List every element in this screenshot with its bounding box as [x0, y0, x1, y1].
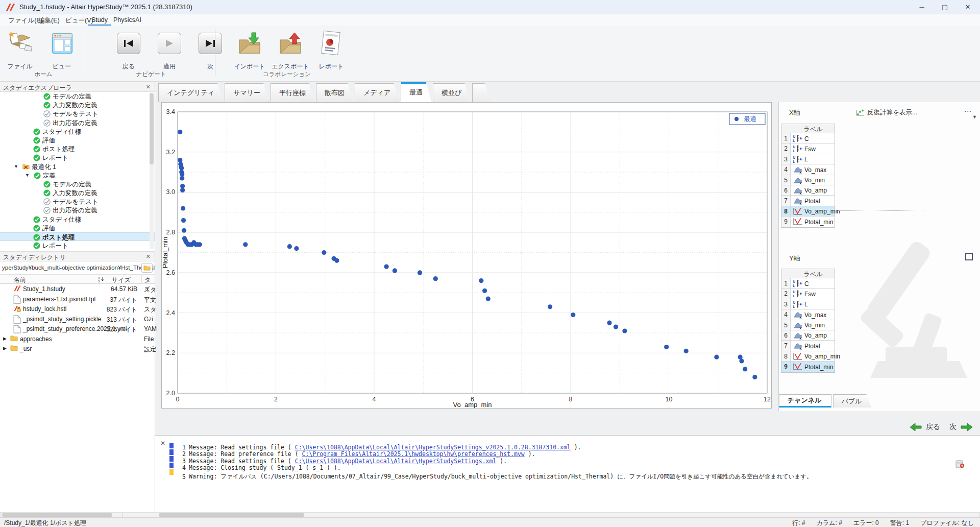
- toolbar-report-button[interactable]: レポート: [311, 29, 351, 71]
- axis-row-L[interactable]: 3 UL L: [781, 154, 835, 164]
- menu-1[interactable]: 編集(E): [35, 15, 63, 26]
- axis-row-Vo_amp[interactable]: 6 x Vo_amp: [781, 185, 835, 196]
- tree-item-10[interactable]: モデルの定義: [0, 180, 155, 188]
- check-gray-icon: [43, 110, 51, 117]
- file-row-6[interactable]: ▶_usr設定: [0, 344, 155, 354]
- tree-item-14[interactable]: スタディ仕様: [0, 215, 155, 224]
- axis-row-L[interactable]: 3 UL L: [781, 299, 835, 309]
- tab-散布図[interactable]: 散布図: [316, 83, 353, 102]
- rp-tab-バブル[interactable]: バブル: [833, 394, 872, 408]
- axis-row-Fsw[interactable]: 2 UL Fsw: [781, 289, 835, 299]
- row-label: Vo_min: [804, 322, 825, 329]
- file-row-5[interactable]: ▶approachesFile: [0, 334, 155, 344]
- tree-item-7[interactable]: レポート: [0, 153, 155, 162]
- maximize-button[interactable]: ▢: [934, 0, 956, 14]
- y-axis-checkbox[interactable]: [965, 253, 973, 260]
- axis-row-Ptotal[interactable]: 7 x Ptotal: [781, 341, 835, 351]
- axis-row-Vo_min[interactable]: 5 x Vo_min: [781, 320, 835, 330]
- tree-item-9[interactable]: ▼定義: [0, 171, 155, 180]
- show-iterations-control[interactable]: 反復計算を表示...: [855, 108, 917, 117]
- tree-scrollbar[interactable]: [150, 93, 154, 249]
- axis-row-Vo_max[interactable]: 4 x Vo_max: [781, 309, 835, 320]
- tab-最適[interactable]: 最適: [401, 82, 431, 102]
- browse-folder-button[interactable]: [141, 263, 153, 273]
- chevron-down-icon[interactable]: ▼: [972, 114, 977, 119]
- close-button[interactable]: ✕: [957, 0, 979, 14]
- tree-item-12[interactable]: モデルをテスト: [0, 197, 155, 206]
- axis-row-Ptotal_min[interactable]: 9 Ptotal_min: [781, 217, 835, 227]
- minimize-button[interactable]: ─: [911, 0, 933, 14]
- tree-item-5[interactable]: 評価: [0, 136, 155, 145]
- log-file-link[interactable]: C:\Program Files\Altair\2025.1\hwdesktop…: [302, 450, 525, 458]
- axis-row-C[interactable]: 1 UL C: [781, 133, 835, 143]
- expander-icon[interactable]: ▶: [3, 336, 7, 341]
- expander-icon[interactable]: ▼: [14, 164, 18, 169]
- tab-サマリー[interactable]: サマリー: [225, 83, 269, 102]
- expander-icon[interactable]: ▼: [25, 173, 30, 178]
- check-green-icon: [33, 242, 40, 249]
- toolbar-back-button[interactable]: 戻る: [109, 29, 149, 71]
- tree-item-1[interactable]: 入力変数の定義: [0, 101, 155, 109]
- axis-row-Fsw[interactable]: 2 UL Fsw: [781, 143, 835, 154]
- left-panel-hscrollbar[interactable]: [0, 512, 122, 517]
- menu-3[interactable]: Study: [88, 15, 111, 26]
- row-number: 4: [781, 164, 791, 174]
- scatter-chart-panel[interactable]: 0246810122.02.22.42.62.83.03.23.4Vo_amp_…: [161, 102, 772, 409]
- file-row-4[interactable]: _psimdt_study_preference.2025.1.yml326 バ…: [0, 324, 155, 334]
- directory-close-icon[interactable]: ✕: [146, 253, 151, 260]
- explorer-close-icon[interactable]: ✕: [146, 84, 151, 90]
- log-save-icon[interactable]: [955, 460, 965, 468]
- tree-item-label: ポスト処理: [42, 145, 75, 154]
- log-close-icon[interactable]: ✕: [160, 440, 165, 447]
- expander-icon[interactable]: ▶: [3, 346, 7, 351]
- rp-tab-チャンネル[interactable]: チャンネル: [779, 394, 831, 408]
- toolbar-import-button[interactable]: インポート: [230, 29, 270, 71]
- column-name[interactable]: 名前: [14, 276, 26, 284]
- file-row-3[interactable]: _psimdt_study_setting.pickle313 バイトGzi: [0, 314, 155, 324]
- axis-row-Vo_max[interactable]: 4 x Vo_max: [781, 164, 835, 175]
- file-row-2[interactable]: hstudy_lock.hstl823 バイトスタ: [0, 304, 155, 314]
- sort-icon[interactable]: 09: [98, 276, 105, 283]
- axis-row-Vo_amp_min[interactable]: 8 Vo_amp_min: [781, 206, 835, 217]
- tree-item-4[interactable]: スタディ仕様: [0, 127, 155, 136]
- tree-item-17[interactable]: レポート: [0, 241, 155, 250]
- toolbar-export-button[interactable]: エクスポート: [271, 29, 310, 71]
- tree-item-16[interactable]: ポスト処理: [0, 232, 155, 241]
- toolbar-view-button[interactable]: ビュー: [42, 29, 82, 71]
- check-green-icon: [43, 102, 51, 109]
- tree-item-13[interactable]: 出力応答の定義: [0, 206, 155, 214]
- toolbar-apply-button[interactable]: 適用: [150, 29, 189, 71]
- tree-item-8[interactable]: ▼最適化 1: [0, 162, 155, 171]
- tab-横並び[interactable]: 横並び: [433, 83, 470, 102]
- tree-item-0[interactable]: モデルの定義: [0, 92, 155, 101]
- tree-item-2[interactable]: モデルをテスト: [0, 109, 155, 118]
- log-line-4: i4 Message: Closing study ( Study_1 ( s_…: [178, 464, 341, 471]
- axis-row-Ptotal_min[interactable]: 9 Ptotal_min: [781, 362, 835, 372]
- menu-4[interactable]: PhysicsAI: [110, 15, 144, 26]
- svg-text:L: L: [793, 305, 795, 308]
- tree-item-11[interactable]: 入力変数の定義: [0, 188, 155, 197]
- column-size[interactable]: サイズ: [112, 276, 131, 284]
- log-hscrollbar[interactable]: [122, 512, 980, 517]
- axis-row-Ptotal[interactable]: 7 x Ptotal: [781, 196, 835, 206]
- panel-menu-button[interactable]: ...: [964, 105, 972, 113]
- log-file-link[interactable]: C:\Users\1088\AppData\Local\Altair\Hyper…: [295, 458, 497, 465]
- axis-row-C[interactable]: 1 UL C: [781, 278, 835, 289]
- axis-row-Vo_min[interactable]: 5 x Vo_min: [781, 175, 835, 185]
- axis-row-Vo_amp[interactable]: 6 x Vo_amp: [781, 330, 835, 341]
- tab-平行座標[interactable]: 平行座標: [271, 83, 314, 102]
- tab-インテグリティ[interactable]: Σ インテグリティ: [158, 83, 223, 102]
- back-button[interactable]: 戻る: [910, 422, 940, 432]
- axis-row-Vo_amp_min[interactable]: 8 Vo_amp_min: [781, 351, 835, 362]
- tree-item-6[interactable]: ポスト処理: [0, 145, 155, 153]
- toolbar-file-button[interactable]: ファイル: [0, 29, 40, 71]
- tab-メディア[interactable]: メディア: [355, 83, 399, 102]
- show-iterations-label: 反復計算を表示...: [867, 108, 917, 117]
- log-file-link[interactable]: C:\Users\1088\AppData\Local\Altair\Hyper…: [295, 444, 571, 451]
- file-row-0[interactable]: Study_1.hstudy64.57 KiBスタ: [0, 284, 155, 294]
- tree-item-15[interactable]: 評価: [0, 224, 155, 232]
- tab-grid[interactable]: [472, 83, 491, 102]
- tree-item-3[interactable]: 出力応答の定義: [0, 118, 155, 127]
- next-button[interactable]: 次: [949, 422, 973, 432]
- file-row-1[interactable]: parameters-1.txt.psimdt.tpl37 バイト平文: [0, 294, 155, 304]
